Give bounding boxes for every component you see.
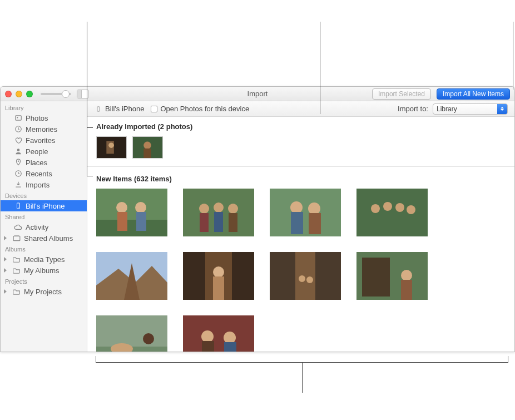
zoom-slider[interactable] bbox=[41, 93, 71, 95]
svg-point-38 bbox=[395, 203, 404, 212]
svg-point-36 bbox=[371, 204, 380, 213]
svg-rect-18 bbox=[96, 220, 167, 236]
svg-point-25 bbox=[214, 202, 224, 213]
folder-icon bbox=[12, 255, 21, 264]
section-divider bbox=[87, 166, 514, 167]
callout-line bbox=[302, 362, 303, 393]
svg-rect-34 bbox=[309, 213, 321, 234]
svg-rect-27 bbox=[200, 213, 209, 232]
photo-thumbnail[interactable] bbox=[96, 252, 167, 300]
sidebar-item-my-albums[interactable]: My Albums bbox=[1, 265, 87, 276]
svg-rect-54 bbox=[401, 280, 412, 300]
callout-line bbox=[87, 22, 87, 128]
device-name: Bill's iPhone bbox=[105, 105, 144, 113]
already-imported-heading: Already Imported (2 photos) bbox=[96, 122, 506, 131]
svg-rect-63 bbox=[224, 342, 236, 352]
disclosure-triangle-icon[interactable] bbox=[4, 257, 7, 261]
svg-point-24 bbox=[199, 204, 209, 214]
phone-icon bbox=[94, 105, 102, 113]
sidebar-item-imports[interactable]: Imports bbox=[1, 179, 87, 190]
svg-point-15 bbox=[143, 142, 151, 149]
sidebar-item-my-projects[interactable]: My Projects bbox=[1, 286, 87, 297]
sidebar: Library Photos Memories bbox=[1, 101, 87, 352]
folder-icon bbox=[12, 288, 21, 296]
svg-point-1 bbox=[17, 117, 18, 118]
phone-icon bbox=[14, 202, 22, 210]
svg-point-3 bbox=[17, 149, 19, 151]
svg-rect-59 bbox=[183, 315, 254, 352]
sidebar-item-memories[interactable]: Memories bbox=[1, 123, 87, 135]
disclosure-triangle-icon[interactable] bbox=[4, 236, 7, 240]
checkbox-label: Open Photos for this device bbox=[160, 105, 249, 113]
svg-rect-30 bbox=[270, 189, 341, 236]
open-photos-checkbox[interactable]: Open Photos for this device bbox=[151, 105, 249, 113]
recent-icon bbox=[14, 170, 22, 178]
sidebar-item-label: Bill's iPhone bbox=[26, 202, 65, 210]
album-icon bbox=[12, 234, 21, 243]
svg-point-26 bbox=[228, 204, 238, 214]
photo-thumbnail[interactable] bbox=[96, 189, 167, 236]
import-selected-button[interactable]: Import Selected bbox=[372, 88, 431, 100]
svg-point-37 bbox=[383, 202, 392, 211]
svg-rect-9 bbox=[14, 235, 19, 236]
photo-thumbnail[interactable] bbox=[270, 189, 341, 236]
zoom-icon[interactable] bbox=[26, 91, 33, 97]
svg-point-49 bbox=[299, 275, 305, 282]
photo-thumbnail[interactable] bbox=[183, 189, 254, 236]
sidebar-item-device[interactable]: Bill's iPhone bbox=[1, 200, 87, 211]
thumbnail-zoom bbox=[41, 93, 71, 95]
svg-rect-22 bbox=[136, 212, 146, 231]
svg-rect-8 bbox=[13, 236, 20, 241]
photo-thumbnail[interactable] bbox=[96, 136, 127, 159]
app-window: Import Import Selected Import All New It… bbox=[0, 86, 515, 352]
photo-thumbnail[interactable] bbox=[356, 189, 428, 236]
sidebar-item-label: Places bbox=[26, 159, 47, 167]
sidebar-item-shared-albums[interactable]: Shared Albums bbox=[1, 233, 87, 244]
svg-point-50 bbox=[306, 276, 313, 283]
svg-rect-52 bbox=[362, 258, 390, 297]
sidebar-item-label: Shared Albums bbox=[24, 234, 73, 243]
sidebar-item-label: Imports bbox=[26, 181, 49, 189]
folder-icon bbox=[12, 266, 21, 275]
window-controls bbox=[5, 91, 33, 97]
svg-rect-33 bbox=[291, 212, 303, 234]
import-to-select[interactable]: Library bbox=[433, 103, 508, 115]
disclosure-triangle-icon[interactable] bbox=[4, 289, 7, 294]
sidebar-item-places[interactable]: Places bbox=[1, 157, 87, 168]
select-value: Library bbox=[437, 105, 457, 113]
import-all-button[interactable]: Import All New Items bbox=[437, 88, 510, 100]
disclosure-triangle-icon[interactable] bbox=[4, 268, 7, 273]
photo-thumbnail[interactable] bbox=[132, 136, 163, 159]
sidebar-item-label: My Albums bbox=[24, 266, 60, 275]
minimize-icon[interactable] bbox=[16, 91, 22, 97]
svg-rect-46 bbox=[213, 276, 224, 300]
photo-thumbnail[interactable] bbox=[356, 252, 428, 300]
photo-thumbnail[interactable] bbox=[96, 315, 167, 352]
sidebar-item-media-types[interactable]: Media Types bbox=[1, 254, 87, 265]
person-icon bbox=[14, 147, 22, 156]
svg-rect-62 bbox=[202, 341, 214, 352]
sidebar-item-photos[interactable]: Photos bbox=[1, 112, 87, 123]
callout-line bbox=[87, 127, 93, 128]
sidebar-item-recents[interactable]: Recents bbox=[1, 168, 87, 179]
already-imported-thumbs bbox=[96, 136, 506, 159]
callout-line bbox=[87, 176, 93, 176]
svg-point-7 bbox=[18, 207, 18, 208]
window-body: Library Photos Memories bbox=[1, 101, 514, 352]
svg-point-32 bbox=[308, 202, 320, 215]
sidebar-item-favorites[interactable]: Favorites bbox=[1, 135, 87, 146]
sidebar-item-label: Media Types bbox=[24, 255, 65, 264]
sidebar-section-devices: Devices bbox=[1, 190, 87, 200]
sidebar-item-people[interactable]: People bbox=[1, 146, 87, 157]
sidebar-item-label: My Projects bbox=[24, 288, 62, 296]
import-to-group: Import to: Library bbox=[398, 103, 508, 115]
callout-line bbox=[96, 356, 96, 363]
sidebar-item-activity[interactable]: Activity bbox=[1, 221, 87, 233]
checkbox-icon[interactable] bbox=[151, 106, 157, 112]
photo-thumbnail[interactable] bbox=[183, 252, 254, 300]
sidebar-item-label: Favorites bbox=[26, 136, 55, 145]
svg-point-4 bbox=[17, 161, 18, 162]
photo-thumbnail[interactable] bbox=[183, 315, 254, 352]
close-icon[interactable] bbox=[5, 91, 12, 97]
photo-thumbnail[interactable] bbox=[270, 252, 341, 300]
